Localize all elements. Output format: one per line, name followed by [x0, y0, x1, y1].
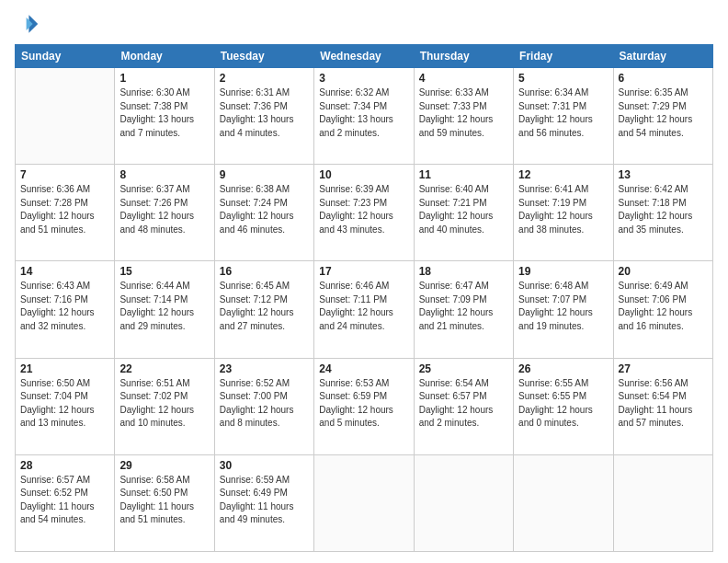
day-number: 23: [220, 362, 309, 375]
day-number: 17: [319, 265, 408, 278]
calendar-cell: 24Sunrise: 6:53 AM Sunset: 6:59 PM Dayli…: [314, 358, 414, 454]
week-row-3: 21Sunrise: 6:50 AM Sunset: 7:04 PM Dayli…: [16, 358, 713, 454]
day-number: 15: [119, 265, 209, 278]
weekday-header-tuesday: Tuesday: [214, 45, 313, 68]
day-number: 12: [518, 168, 608, 181]
day-info: Sunrise: 6:56 AM Sunset: 6:54 PM Dayligh…: [619, 377, 708, 431]
day-number: 25: [419, 362, 508, 375]
day-info: Sunrise: 6:30 AM Sunset: 7:38 PM Dayligh…: [119, 86, 209, 140]
calendar-cell: 18Sunrise: 6:47 AM Sunset: 7:09 PM Dayli…: [414, 261, 513, 358]
calendar-cell: [314, 454, 414, 551]
header: [15, 11, 713, 37]
calendar-cell: 4Sunrise: 6:33 AM Sunset: 7:33 PM Daylig…: [414, 68, 513, 165]
day-number: 28: [20, 459, 109, 472]
calendar-cell: 30Sunrise: 6:59 AM Sunset: 6:49 PM Dayli…: [214, 454, 313, 551]
weekday-header-monday: Monday: [115, 45, 214, 68]
day-info: Sunrise: 6:40 AM Sunset: 7:21 PM Dayligh…: [419, 183, 508, 236]
calendar-cell: 20Sunrise: 6:49 AM Sunset: 7:06 PM Dayli…: [613, 261, 712, 358]
day-number: 11: [419, 168, 508, 181]
day-info: Sunrise: 6:34 AM Sunset: 7:31 PM Dayligh…: [518, 86, 608, 140]
calendar-cell: 7Sunrise: 6:36 AM Sunset: 7:28 PM Daylig…: [16, 165, 115, 261]
week-row-4: 28Sunrise: 6:57 AM Sunset: 6:52 PM Dayli…: [16, 454, 713, 551]
day-number: 30: [220, 459, 309, 472]
day-info: Sunrise: 6:36 AM Sunset: 7:28 PM Dayligh…: [20, 183, 109, 236]
day-number: 4: [419, 72, 508, 85]
week-row-0: 1Sunrise: 6:30 AM Sunset: 7:38 PM Daylig…: [16, 68, 713, 165]
calendar-cell: 6Sunrise: 6:35 AM Sunset: 7:29 PM Daylig…: [613, 68, 712, 165]
day-info: Sunrise: 6:38 AM Sunset: 7:24 PM Dayligh…: [220, 183, 309, 236]
day-number: 20: [619, 265, 708, 278]
day-info: Sunrise: 6:39 AM Sunset: 7:23 PM Dayligh…: [319, 183, 408, 236]
day-info: Sunrise: 6:32 AM Sunset: 7:34 PM Dayligh…: [319, 86, 408, 140]
day-number: 13: [619, 168, 708, 181]
weekday-header-saturday: Saturday: [613, 45, 712, 68]
day-info: Sunrise: 6:44 AM Sunset: 7:14 PM Dayligh…: [119, 280, 209, 333]
day-number: 10: [319, 168, 408, 181]
calendar-cell: 17Sunrise: 6:46 AM Sunset: 7:11 PM Dayli…: [314, 261, 414, 358]
page: SundayMondayTuesdayWednesdayThursdayFrid…: [0, 0, 728, 563]
calendar-cell: 14Sunrise: 6:43 AM Sunset: 7:16 PM Dayli…: [16, 261, 115, 358]
calendar-cell: 9Sunrise: 6:38 AM Sunset: 7:24 PM Daylig…: [214, 165, 313, 261]
day-number: 21: [20, 362, 109, 375]
day-number: 14: [20, 265, 109, 278]
day-info: Sunrise: 6:59 AM Sunset: 6:49 PM Dayligh…: [220, 474, 309, 527]
day-number: 29: [119, 459, 209, 472]
calendar-table: SundayMondayTuesdayWednesdayThursdayFrid…: [15, 44, 713, 552]
calendar-cell: 11Sunrise: 6:40 AM Sunset: 7:21 PM Dayli…: [414, 165, 513, 261]
calendar-cell: 29Sunrise: 6:58 AM Sunset: 6:50 PM Dayli…: [115, 454, 214, 551]
day-number: 24: [319, 362, 408, 375]
day-info: Sunrise: 6:33 AM Sunset: 7:33 PM Dayligh…: [419, 86, 508, 140]
day-number: 6: [619, 72, 708, 85]
day-info: Sunrise: 6:51 AM Sunset: 7:02 PM Dayligh…: [119, 377, 209, 431]
calendar-cell: 8Sunrise: 6:37 AM Sunset: 7:26 PM Daylig…: [115, 165, 214, 261]
day-info: Sunrise: 6:54 AM Sunset: 6:57 PM Dayligh…: [419, 377, 508, 431]
day-number: 27: [619, 362, 708, 375]
calendar-cell: 10Sunrise: 6:39 AM Sunset: 7:23 PM Dayli…: [314, 165, 414, 261]
day-number: 16: [220, 265, 309, 278]
logo-icon: [15, 11, 40, 37]
day-number: 1: [119, 72, 209, 85]
calendar-cell: [613, 454, 712, 551]
calendar-cell: 1Sunrise: 6:30 AM Sunset: 7:38 PM Daylig…: [115, 68, 214, 165]
weekday-header-wednesday: Wednesday: [314, 45, 414, 68]
calendar-cell: 28Sunrise: 6:57 AM Sunset: 6:52 PM Dayli…: [16, 454, 115, 551]
day-info: Sunrise: 6:42 AM Sunset: 7:18 PM Dayligh…: [619, 183, 708, 236]
calendar-cell: 16Sunrise: 6:45 AM Sunset: 7:12 PM Dayli…: [214, 261, 313, 358]
day-info: Sunrise: 6:31 AM Sunset: 7:36 PM Dayligh…: [220, 86, 309, 140]
day-info: Sunrise: 6:41 AM Sunset: 7:19 PM Dayligh…: [518, 183, 608, 236]
day-info: Sunrise: 6:58 AM Sunset: 6:50 PM Dayligh…: [119, 474, 209, 527]
calendar-cell: 21Sunrise: 6:50 AM Sunset: 7:04 PM Dayli…: [16, 358, 115, 454]
calendar-cell: 25Sunrise: 6:54 AM Sunset: 6:57 PM Dayli…: [414, 358, 513, 454]
day-info: Sunrise: 6:46 AM Sunset: 7:11 PM Dayligh…: [319, 280, 408, 333]
day-number: 8: [119, 168, 209, 181]
logo: [15, 11, 44, 37]
calendar-cell: 22Sunrise: 6:51 AM Sunset: 7:02 PM Dayli…: [115, 358, 214, 454]
calendar-cell: 27Sunrise: 6:56 AM Sunset: 6:54 PM Dayli…: [613, 358, 712, 454]
day-info: Sunrise: 6:35 AM Sunset: 7:29 PM Dayligh…: [619, 86, 708, 140]
calendar-cell: 19Sunrise: 6:48 AM Sunset: 7:07 PM Dayli…: [514, 261, 613, 358]
weekday-header-row: SundayMondayTuesdayWednesdayThursdayFrid…: [16, 45, 713, 68]
week-row-1: 7Sunrise: 6:36 AM Sunset: 7:28 PM Daylig…: [16, 165, 713, 261]
day-info: Sunrise: 6:55 AM Sunset: 6:55 PM Dayligh…: [518, 377, 608, 431]
day-number: 5: [518, 72, 608, 85]
day-info: Sunrise: 6:49 AM Sunset: 7:06 PM Dayligh…: [619, 280, 708, 333]
day-info: Sunrise: 6:47 AM Sunset: 7:09 PM Dayligh…: [419, 280, 508, 333]
day-info: Sunrise: 6:52 AM Sunset: 7:00 PM Dayligh…: [220, 377, 309, 431]
calendar-cell: [514, 454, 613, 551]
calendar-cell: [414, 454, 513, 551]
day-number: 22: [119, 362, 209, 375]
weekday-header-thursday: Thursday: [414, 45, 513, 68]
calendar-cell: 5Sunrise: 6:34 AM Sunset: 7:31 PM Daylig…: [514, 68, 613, 165]
weekday-header-friday: Friday: [514, 45, 613, 68]
day-number: 18: [419, 265, 508, 278]
day-info: Sunrise: 6:53 AM Sunset: 6:59 PM Dayligh…: [319, 377, 408, 431]
day-info: Sunrise: 6:50 AM Sunset: 7:04 PM Dayligh…: [20, 377, 109, 431]
day-number: 26: [518, 362, 608, 375]
day-number: 3: [319, 72, 408, 85]
calendar-cell: 15Sunrise: 6:44 AM Sunset: 7:14 PM Dayli…: [115, 261, 214, 358]
calendar-cell: 12Sunrise: 6:41 AM Sunset: 7:19 PM Dayli…: [514, 165, 613, 261]
day-info: Sunrise: 6:45 AM Sunset: 7:12 PM Dayligh…: [220, 280, 309, 333]
day-info: Sunrise: 6:37 AM Sunset: 7:26 PM Dayligh…: [119, 183, 209, 236]
day-info: Sunrise: 6:57 AM Sunset: 6:52 PM Dayligh…: [20, 474, 109, 527]
calendar-cell: 26Sunrise: 6:55 AM Sunset: 6:55 PM Dayli…: [514, 358, 613, 454]
